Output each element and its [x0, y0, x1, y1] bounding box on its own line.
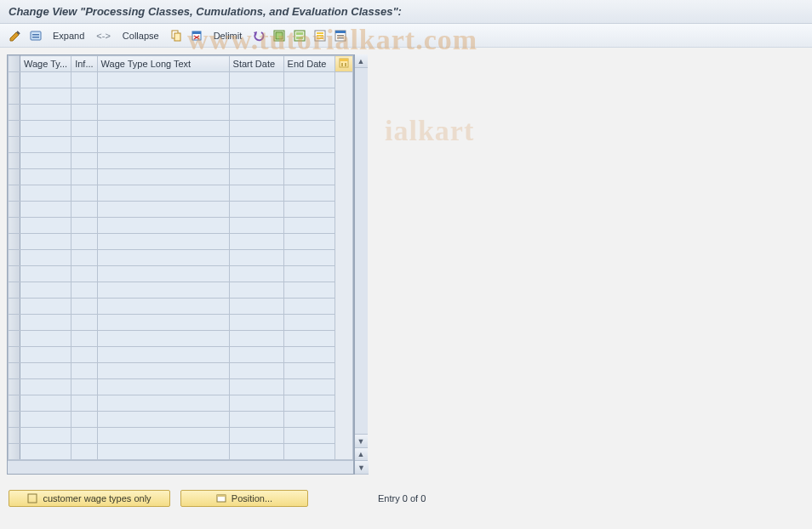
cell-end-date[interactable]	[283, 105, 335, 121]
row-handle[interactable]	[9, 88, 20, 105]
cell-long-text[interactable]	[97, 282, 229, 299]
configuration-icon[interactable]	[332, 28, 349, 43]
cell-long-text[interactable]	[97, 428, 229, 444]
cell-long-text[interactable]	[97, 121, 229, 137]
cell-start-date[interactable]	[229, 88, 283, 105]
cell-inf[interactable]	[71, 266, 97, 282]
table-row[interactable]	[9, 331, 353, 347]
cell-wage-type[interactable]	[20, 105, 71, 121]
cell-start-date[interactable]	[229, 137, 283, 153]
scroll-up-icon[interactable]: ▲	[355, 54, 368, 68]
row-handle[interactable]	[9, 72, 20, 88]
row-handle[interactable]	[9, 363, 20, 379]
cell-inf[interactable]	[71, 412, 97, 428]
cell-wage-type[interactable]	[20, 234, 71, 250]
collapse-button[interactable]: Collapse	[117, 31, 164, 41]
table-row[interactable]	[9, 315, 353, 331]
col-long-text[interactable]: Wage Type Long Text	[97, 56, 229, 72]
delimit-button[interactable]: Delimit	[209, 31, 248, 41]
table-row[interactable]	[9, 299, 353, 315]
scroll-down2-icon[interactable]: ▼	[355, 461, 369, 475]
cell-wage-type[interactable]	[20, 202, 71, 218]
cell-end-date[interactable]	[283, 315, 335, 331]
cell-inf[interactable]	[71, 395, 97, 412]
row-handle[interactable]	[9, 105, 20, 121]
row-handle[interactable]	[9, 121, 20, 137]
cell-start-date[interactable]	[229, 347, 283, 363]
cell-start-date[interactable]	[229, 185, 283, 202]
cell-end-date[interactable]	[283, 153, 335, 169]
table-row[interactable]	[9, 105, 353, 121]
cell-start-date[interactable]	[229, 153, 283, 169]
cell-start-date[interactable]	[229, 169, 283, 185]
horizontal-scrollbar[interactable]	[8, 460, 353, 474]
table-row[interactable]	[9, 202, 353, 218]
cell-inf[interactable]	[71, 202, 97, 218]
cell-start-date[interactable]	[229, 428, 283, 444]
cell-start-date[interactable]	[229, 282, 283, 299]
cell-long-text[interactable]	[97, 444, 229, 460]
table-row[interactable]	[9, 153, 353, 169]
cell-end-date[interactable]	[283, 395, 335, 412]
scroll-up2-icon[interactable]: ▲	[355, 447, 368, 461]
cell-end-date[interactable]	[283, 266, 335, 282]
cell-inf[interactable]	[71, 218, 97, 234]
table-row[interactable]	[9, 234, 353, 250]
row-handle[interactable]	[9, 266, 20, 282]
cell-end-date[interactable]	[283, 72, 335, 88]
wage-type-table[interactable]: Wage Ty... Inf... Wage Type Long Text St…	[8, 55, 353, 460]
cell-wage-type[interactable]	[20, 153, 71, 169]
cell-long-text[interactable]	[97, 153, 229, 169]
cell-inf[interactable]	[71, 137, 97, 153]
cell-end-date[interactable]	[283, 169, 335, 185]
cell-inf[interactable]	[71, 444, 97, 460]
cell-inf[interactable]	[71, 347, 97, 363]
cell-long-text[interactable]	[97, 137, 229, 153]
cell-wage-type[interactable]	[20, 72, 71, 88]
row-handle[interactable]	[9, 169, 20, 185]
row-handle[interactable]	[9, 444, 20, 460]
cell-long-text[interactable]	[97, 218, 229, 234]
cell-start-date[interactable]	[229, 412, 283, 428]
row-handle[interactable]	[9, 218, 20, 234]
cell-end-date[interactable]	[283, 282, 335, 299]
delete-icon[interactable]	[188, 28, 205, 43]
cell-end-date[interactable]	[283, 299, 335, 315]
cell-wage-type[interactable]	[20, 412, 71, 428]
cell-end-date[interactable]	[283, 88, 335, 105]
customer-wage-types-button[interactable]: customer wage types only	[9, 490, 170, 507]
cell-inf[interactable]	[71, 428, 97, 444]
cell-inf[interactable]	[71, 234, 97, 250]
table-settings-icon[interactable]	[335, 56, 352, 72]
cell-long-text[interactable]	[97, 169, 229, 185]
cell-inf[interactable]	[71, 121, 97, 137]
cell-end-date[interactable]	[283, 234, 335, 250]
table-row[interactable]	[9, 266, 353, 282]
cell-wage-type[interactable]	[20, 428, 71, 444]
cell-wage-type[interactable]	[20, 379, 71, 395]
table-row[interactable]	[9, 428, 353, 444]
cell-start-date[interactable]	[229, 250, 283, 266]
table-row[interactable]	[9, 169, 353, 185]
cell-end-date[interactable]	[283, 185, 335, 202]
row-handle[interactable]	[9, 315, 20, 331]
cell-wage-type[interactable]	[20, 282, 71, 299]
cell-start-date[interactable]	[229, 299, 283, 315]
row-handle[interactable]	[9, 379, 20, 395]
undo-icon[interactable]	[250, 28, 267, 43]
cell-wage-type[interactable]	[20, 315, 71, 331]
table-row[interactable]	[9, 395, 353, 412]
cell-start-date[interactable]	[229, 202, 283, 218]
cell-inf[interactable]	[71, 331, 97, 347]
row-handle[interactable]	[9, 234, 20, 250]
cell-inf[interactable]	[71, 299, 97, 315]
table-row[interactable]	[9, 218, 353, 234]
table-row[interactable]	[9, 121, 353, 137]
cell-end-date[interactable]	[283, 428, 335, 444]
row-handle[interactable]	[9, 185, 20, 202]
cell-start-date[interactable]	[229, 395, 283, 412]
cell-end-date[interactable]	[283, 137, 335, 153]
select-all-icon[interactable]	[271, 28, 288, 43]
cell-inf[interactable]	[71, 169, 97, 185]
cell-long-text[interactable]	[97, 347, 229, 363]
